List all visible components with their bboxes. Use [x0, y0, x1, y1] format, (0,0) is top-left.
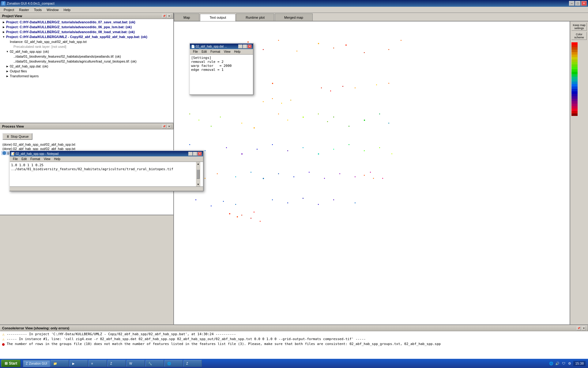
tree-item-2[interactable]: ▶ Project: C:/HY-Data/KULLBERG/Z_tutoria…	[1, 29, 173, 34]
dat-menu-file[interactable]: File	[191, 50, 200, 54]
scroll-up[interactable]: ▲	[197, 163, 199, 165]
notepad-menu-view[interactable]: View	[42, 157, 52, 161]
scale-color-13[interactable]	[571, 74, 578, 77]
project-view-close[interactable]: ✕	[167, 14, 171, 18]
notepad-menu-format[interactable]: Format	[28, 157, 42, 161]
scale-color-28[interactable]	[571, 111, 578, 113]
scale-color-1[interactable]	[571, 45, 578, 47]
process-item-0[interactable]: (done) 02_abf_hab_spp_out/02_abf_hab_spp…	[1, 142, 172, 147]
dat-maximize[interactable]: □	[243, 44, 247, 48]
tree-item-6[interactable]: ▼ 02_abf_hab_spp.spp: (ok)	[1, 49, 173, 54]
settings-icon[interactable]: ⚙	[567, 361, 572, 366]
process-view-close[interactable]: ✕	[167, 125, 171, 128]
scale-color-25[interactable]	[571, 104, 578, 106]
tab-runtime-plot[interactable]: Runtime plot	[236, 13, 274, 21]
scale-color-27[interactable]	[571, 109, 578, 111]
tree-item-0[interactable]: ▶ Project: C:/HY-Data/KULLBERG/Z_tutoria…	[1, 20, 173, 25]
scale-color-29[interactable]	[571, 113, 578, 116]
tree-item-1[interactable]: ▶ Project: C:/HY-Data/KULLBERG/Z_tutoria…	[1, 25, 173, 29]
taskbar-item-3[interactable]: ≡	[89, 360, 107, 367]
console-close[interactable]: ✕	[582, 326, 586, 330]
scale-color-11[interactable]	[571, 69, 578, 72]
scale-color-12[interactable]	[571, 72, 578, 74]
notepad-menu-help[interactable]: Help	[52, 157, 62, 161]
tree-item-4[interactable]: Instance: 02_abf_hab_spp_out/02_abf_hab_…	[1, 39, 173, 44]
start-button[interactable]: ⊞ Start	[1, 360, 21, 367]
scale-color-10[interactable]	[571, 67, 578, 69]
project-view-pin[interactable]: 📌	[162, 14, 166, 18]
tab-map[interactable]: Map	[174, 13, 199, 21]
notepad-maximize[interactable]: □	[193, 152, 197, 156]
scale-color-16[interactable]	[571, 82, 578, 84]
volume-icon[interactable]: 🔊	[555, 361, 560, 366]
tree-item-9[interactable]: ▶ 02_abf_hab_spp.dat: (ok)	[1, 64, 173, 69]
taskbar-item-6[interactable]: 🔧	[145, 360, 164, 367]
scale-color-15[interactable]	[571, 79, 578, 82]
menu-project[interactable]: Project	[1, 7, 17, 12]
minimize-button[interactable]: ─	[569, 1, 575, 6]
tree-item-3[interactable]: ▼ Project: C:/HY-Data/KULLBERG/UMLZ - Co…	[1, 34, 173, 39]
menu-raster[interactable]: Raster	[17, 7, 31, 12]
close-button[interactable]: ✕	[581, 1, 587, 6]
dat-menu-help[interactable]: Help	[232, 50, 243, 54]
keep-map-settings-button[interactable]: Keep mapsettings	[571, 23, 587, 31]
dat-menu-format[interactable]: Format	[209, 50, 222, 54]
process-view-pin[interactable]: 📌	[162, 125, 166, 128]
taskbar-item-5[interactable]: W	[126, 360, 145, 367]
security-icon[interactable]: 🛡	[561, 361, 566, 366]
tree-item-8[interactable]: ../data/01_biodiversity_features/02_habi…	[1, 59, 173, 64]
dat-menu-edit[interactable]: Edit	[200, 50, 209, 54]
taskbar-zonation[interactable]: Z Zonation GUI	[23, 360, 50, 367]
taskbar-item-4[interactable]: Z	[107, 360, 126, 367]
taskbar-item-8[interactable]: Z	[183, 360, 202, 367]
scale-color-20[interactable]	[571, 91, 578, 94]
taskbar-item-2[interactable]: ▶	[70, 360, 88, 367]
menu-tools[interactable]: Tools	[32, 7, 44, 12]
scale-color-2[interactable]	[571, 47, 578, 50]
color-scheme-button[interactable]: Colorscheme	[571, 32, 587, 40]
scale-color-7[interactable]	[571, 59, 578, 62]
dat-minimize[interactable]: ─	[238, 44, 243, 48]
scale-color-5[interactable]	[571, 55, 578, 57]
scale-color-19[interactable]	[571, 89, 578, 91]
scale-color-22[interactable]	[571, 96, 578, 99]
tree-item-10[interactable]: ▶ Output files	[1, 69, 173, 74]
notepad-close[interactable]: ✕	[198, 152, 202, 156]
scale-color-26[interactable]	[571, 106, 578, 109]
menu-window[interactable]: Window	[44, 7, 61, 12]
scale-color-17[interactable]	[571, 84, 578, 86]
notepad-minimize[interactable]: ─	[188, 152, 193, 156]
console-pin[interactable]: 📌	[577, 326, 581, 330]
notepad-content[interactable]: 1.0 1.0 1 1 0.25 ../data/01_biodiversity…	[10, 162, 196, 186]
tab-merged-map[interactable]: Merged map	[275, 13, 313, 21]
menu-help[interactable]: Help	[61, 7, 73, 12]
network-icon[interactable]: 🌐	[549, 361, 554, 366]
scale-color-4[interactable]	[571, 52, 578, 55]
stop-queue-button[interactable]: ⏸ Stop Queue	[2, 133, 32, 140]
scale-color-14[interactable]	[571, 77, 578, 79]
scale-color-3[interactable]	[571, 50, 578, 52]
tree-item-11[interactable]: ▶ Transformed layers	[1, 74, 173, 79]
taskbar-item-1[interactable]: 📁	[51, 360, 69, 367]
dat-menu-view[interactable]: View	[222, 50, 232, 54]
scale-color-6[interactable]	[571, 57, 578, 59]
dat-file-content[interactable]: [Settings]removal rule = 2warp factor = …	[190, 55, 253, 94]
dat-close[interactable]: ✕	[247, 44, 252, 48]
scale-color-9[interactable]	[571, 64, 578, 67]
tree-item-7[interactable]: ../data/01_biodiversity_features/02_habi…	[1, 54, 173, 59]
scale-color-24[interactable]	[571, 101, 578, 104]
taskbar-item-7[interactable]: 🌐	[164, 360, 183, 367]
scale-color-18[interactable]	[571, 86, 578, 89]
scale-color-8[interactable]	[571, 62, 578, 64]
notepad-menu-edit[interactable]: Edit	[20, 157, 28, 161]
scroll-thumb[interactable]	[197, 170, 200, 179]
scale-color-21[interactable]	[571, 94, 578, 96]
tab-text-output[interactable]: Text output	[200, 14, 236, 21]
notepad-menu-file[interactable]: File	[11, 157, 20, 161]
project-view-content[interactable]: ▶ Project: C:/HY-Data/KULLBERG/Z_tutoria…	[0, 19, 173, 123]
maximize-button[interactable]: □	[575, 1, 581, 6]
scale-color-23[interactable]	[571, 99, 578, 101]
scroll-down[interactable]: ▼	[197, 183, 199, 186]
notepad-scrollbar[interactable]: ▲ ▼	[196, 162, 200, 186]
scale-color-0[interactable]	[571, 42, 578, 45]
